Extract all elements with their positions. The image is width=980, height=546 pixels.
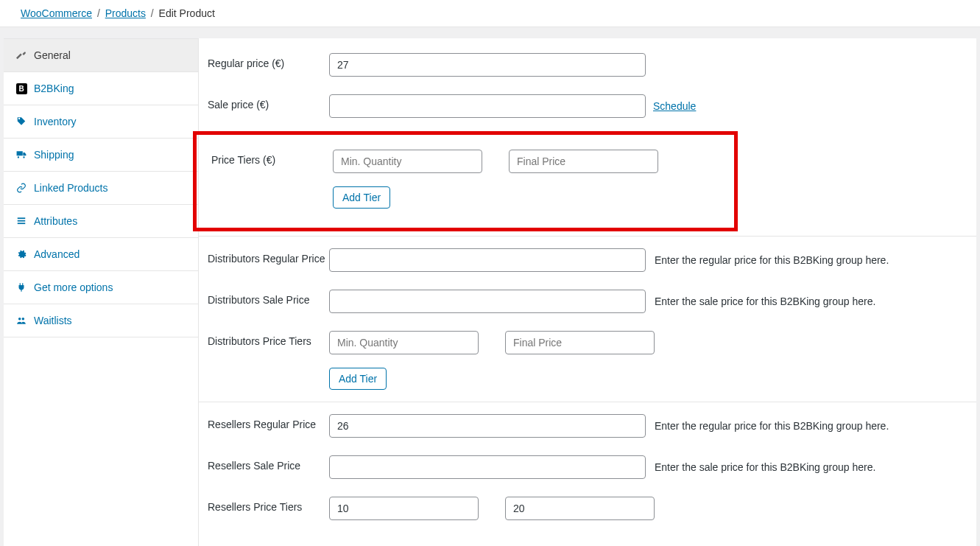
tab-label: Inventory: [34, 116, 77, 127]
input-dist-regular[interactable]: [329, 248, 646, 272]
add-tier-button[interactable]: Add Tier: [329, 368, 387, 390]
tab-label: Get more options: [34, 281, 113, 293]
row-regular-price: Regular price (€): [199, 44, 976, 85]
tab-label: Attributes: [34, 215, 77, 227]
breadcrumb-woo[interactable]: WooCommerce: [21, 7, 92, 19]
tab-shipping[interactable]: Shipping: [4, 138, 198, 172]
tab-waitlists[interactable]: Waitlists: [4, 304, 198, 337]
input-tier-final-price[interactable]: [509, 150, 658, 173]
input-dist-sale[interactable]: [329, 290, 646, 313]
input-dist-tier-qty[interactable]: [329, 331, 479, 354]
label-regular-price: Regular price (€): [208, 53, 329, 69]
product-data-tabs: General B B2BKing Inventory Shipping Lin…: [4, 38, 199, 546]
breadcrumb: WooCommerce / Products / Edit Product: [0, 0, 980, 27]
input-res-regular[interactable]: [329, 414, 646, 438]
wrench-icon: [15, 49, 27, 61]
tab-label: B2BKing: [34, 83, 74, 94]
tab-b2bking[interactable]: B B2BKing: [4, 71, 198, 105]
label-dist-sale: Distributors Sale Price: [208, 290, 329, 306]
label-dist-tiers: Distributors Price Tiers: [208, 331, 329, 347]
gear-icon: [15, 248, 27, 260]
row-distributors-regular: Distributors Regular Price Enter the reg…: [199, 239, 976, 281]
input-res-tier-price[interactable]: [505, 497, 655, 520]
separator: [199, 236, 976, 237]
group-icon: [15, 315, 27, 326]
row-distributors-sale: Distributors Sale Price Enter the sale p…: [199, 281, 976, 322]
tab-advanced[interactable]: Advanced: [4, 237, 198, 271]
tag-icon: [15, 116, 27, 127]
tab-attributes[interactable]: Attributes: [4, 204, 198, 238]
row-resellers-sale: Resellers Sale Price Enter the sale pric…: [199, 447, 976, 488]
add-tier-button[interactable]: Add Tier: [333, 186, 390, 209]
hint-dist-sale: Enter the sale price for this B2BKing gr…: [655, 295, 875, 307]
row-distributors-tiers: Distributors Price Tiers Add Tier: [199, 322, 976, 399]
label-dist-regular: Distributors Regular Price: [208, 248, 329, 265]
label-res-tiers: Resellers Price Tiers: [208, 497, 329, 513]
input-res-tier-qty[interactable]: [329, 497, 479, 520]
hint-dist-regular: Enter the regular price for this B2BKing…: [655, 254, 889, 266]
hint-res-sale: Enter the sale price for this B2BKing gr…: [655, 461, 875, 473]
tab-general[interactable]: General: [4, 38, 198, 72]
breadcrumb-current: Edit Product: [159, 7, 215, 19]
link-schedule[interactable]: Schedule: [653, 100, 696, 112]
svg-rect-0: [18, 217, 26, 219]
hint-res-regular: Enter the regular price for this B2BKing…: [655, 420, 889, 432]
svg-rect-2: [18, 223, 26, 224]
svg-point-4: [22, 318, 24, 321]
input-sale-price[interactable]: [329, 94, 646, 118]
tab-label: General: [34, 49, 71, 61]
input-regular-price[interactable]: [329, 53, 646, 77]
input-dist-tier-price[interactable]: [505, 331, 655, 354]
tab-linked-products[interactable]: Linked Products: [4, 171, 198, 205]
svg-point-3: [18, 318, 21, 321]
tab-more-options[interactable]: Get more options: [4, 270, 198, 304]
row-price-tiers: Price Tiers (€) Add Tier: [202, 141, 734, 217]
product-data-panel: General B B2BKing Inventory Shipping Lin…: [4, 38, 976, 546]
row-resellers-tiers: Resellers Price Tiers: [199, 488, 976, 529]
product-data-content: Regular price (€) Sale price (€) Schedul…: [199, 38, 976, 546]
label-sale-price: Sale price (€): [208, 94, 329, 111]
input-res-sale[interactable]: [329, 455, 646, 479]
truck-icon: [15, 149, 27, 161]
label-res-sale: Resellers Sale Price: [208, 455, 329, 472]
tab-inventory[interactable]: Inventory: [4, 105, 198, 139]
label-price-tiers: Price Tiers (€): [211, 150, 333, 166]
b2bking-icon: B: [15, 83, 27, 94]
plug-icon: [15, 281, 27, 293]
breadcrumb-sep: /: [95, 7, 102, 19]
separator: [199, 402, 976, 402]
svg-rect-1: [18, 220, 26, 222]
label-res-regular: Resellers Regular Price: [208, 414, 329, 430]
list-icon: [15, 215, 27, 227]
input-tier-min-qty[interactable]: [333, 150, 482, 173]
tab-label: Linked Products: [34, 182, 107, 194]
link-icon: [15, 182, 27, 194]
tab-label: Advanced: [34, 248, 80, 260]
tab-label: Shipping: [34, 149, 74, 161]
tab-label: Waitlists: [34, 315, 72, 326]
row-resellers-regular: Resellers Regular Price Enter the regula…: [199, 405, 976, 447]
breadcrumb-products[interactable]: Products: [105, 7, 146, 19]
breadcrumb-sep: /: [149, 7, 156, 19]
row-sale-price: Sale price (€) Schedule: [199, 85, 976, 127]
highlight-price-tiers: Price Tiers (€) Add Tier: [193, 131, 738, 231]
